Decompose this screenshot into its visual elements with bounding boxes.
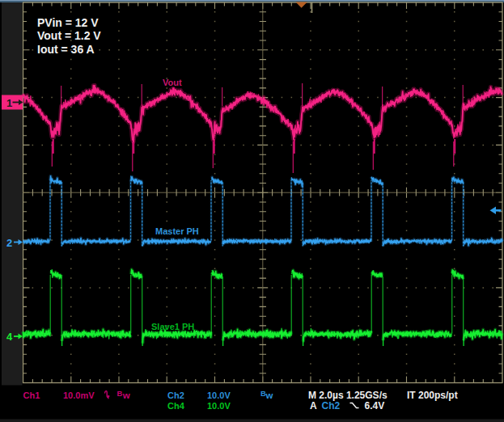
svg-text:w: w [122,390,130,400]
svg-text:Ch4: Ch4 [167,401,185,411]
svg-text:B: B [117,389,123,398]
svg-text:A: A [310,400,317,411]
svg-text:Master PH: Master PH [155,226,199,236]
svg-text:PVin = 12 V: PVin = 12 V [37,16,99,29]
svg-text:Iout = 36 A: Iout = 36 A [37,43,95,56]
svg-text:10.0mV: 10.0mV [63,390,95,400]
svg-text:Ch2: Ch2 [167,390,184,400]
svg-text:4: 4 [6,331,13,343]
svg-text:w: w [265,390,273,400]
svg-text:10.0V: 10.0V [207,401,231,411]
svg-text:Ch2: Ch2 [322,400,341,411]
svg-text:6.4V: 6.4V [365,400,385,411]
svg-text:10.0V: 10.0V [207,390,231,400]
svg-text:Vout = 1.2 V: Vout = 1.2 V [37,29,101,42]
svg-text:Slave1 PH: Slave1 PH [151,322,194,331]
svg-text:IT 200ps/pt: IT 200ps/pt [407,390,458,401]
svg-text:Ch1: Ch1 [23,390,40,400]
svg-text:1: 1 [6,97,12,109]
svg-text:Vout: Vout [163,78,182,87]
svg-text:2: 2 [6,237,12,249]
